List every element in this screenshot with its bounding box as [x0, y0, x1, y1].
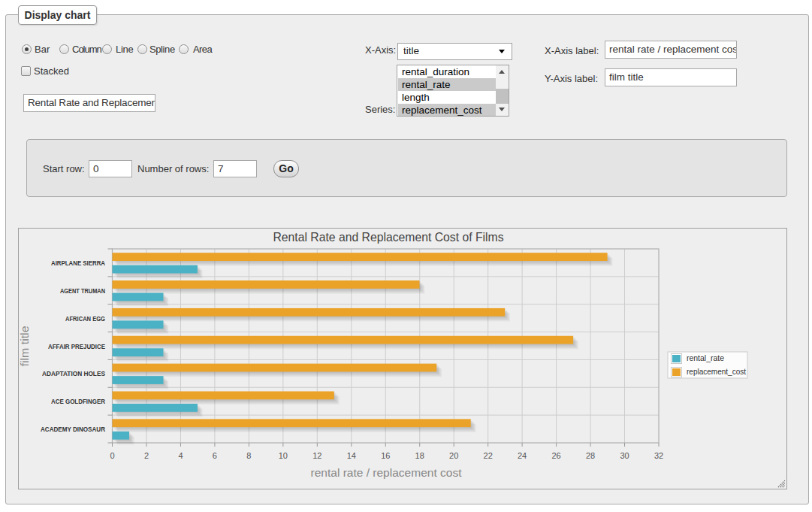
svg-text:rental_rate: rental_rate [687, 353, 724, 362]
svg-text:film title: film title [19, 326, 31, 366]
svg-text:AFFAIR PREJUDICE: AFFAIR PREJUDICE [48, 342, 105, 350]
svg-text:22: 22 [484, 451, 493, 460]
svg-text:AIRPLANE SIERRA: AIRPLANE SIERRA [51, 259, 105, 267]
svg-text:ACE GOLDFINGER: ACE GOLDFINGER [51, 397, 105, 405]
svg-text:18: 18 [415, 451, 424, 460]
svg-text:12: 12 [312, 451, 321, 460]
svg-text:replacement_cost: replacement_cost [687, 367, 747, 376]
svg-text:4: 4 [178, 451, 183, 460]
svg-text:Rental Rate and Replacement Co: Rental Rate and Replacement Cost of Film… [273, 230, 504, 244]
svg-text:rental rate / replacement cost: rental rate / replacement cost [311, 467, 462, 479]
svg-text:16: 16 [381, 451, 390, 460]
svg-text:AFRICAN EGG: AFRICAN EGG [65, 314, 105, 323]
svg-text:ADAPTATION HOLES: ADAPTATION HOLES [42, 369, 105, 377]
svg-text:AGENT TRUMAN: AGENT TRUMAN [60, 286, 105, 295]
svg-text:8: 8 [246, 451, 251, 460]
svg-text:26: 26 [551, 451, 560, 460]
svg-text:24: 24 [518, 451, 527, 460]
svg-text:6: 6 [213, 451, 217, 460]
svg-text:30: 30 [620, 451, 629, 460]
svg-text:ACADEMY DINOSAUR: ACADEMY DINOSAUR [41, 425, 105, 433]
svg-text:0: 0 [110, 451, 114, 460]
svg-text:14: 14 [347, 451, 356, 460]
svg-text:2: 2 [144, 451, 149, 460]
svg-text:28: 28 [586, 451, 595, 460]
svg-text:32: 32 [654, 451, 663, 460]
svg-text:10: 10 [279, 451, 288, 460]
svg-text:20: 20 [449, 451, 458, 460]
